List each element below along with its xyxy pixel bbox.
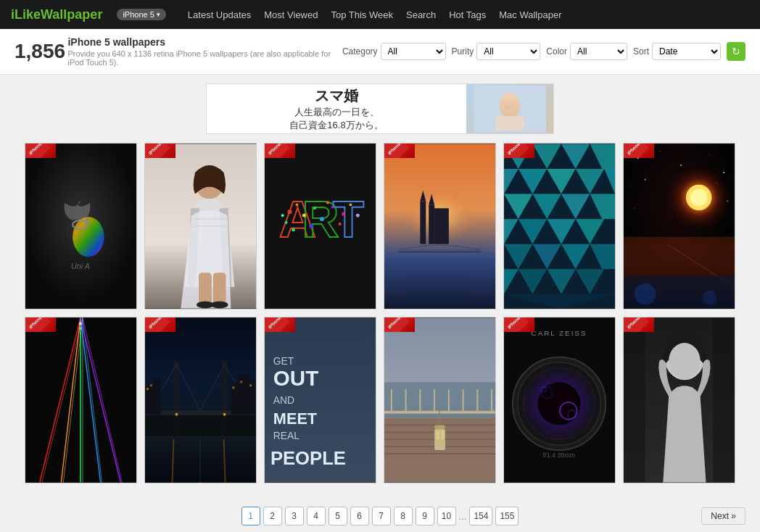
- svg-rect-165: [434, 425, 445, 429]
- svg-text:AND: AND: [273, 394, 294, 406]
- svg-point-97: [635, 283, 656, 305]
- svg-point-34: [326, 201, 329, 204]
- wallpaper-thumb-7[interactable]: iPhone5: [25, 317, 137, 483]
- svg-point-27: [331, 205, 334, 208]
- svg-point-84: [645, 179, 646, 180]
- svg-text:MEET: MEET: [273, 410, 318, 428]
- page-btn-6[interactable]: 6: [350, 507, 369, 525]
- svg-point-22: [288, 209, 292, 214]
- svg-point-35: [281, 214, 284, 217]
- page-btn-8[interactable]: 8: [394, 507, 413, 525]
- svg-text:REAL: REAL: [273, 430, 300, 441]
- page-btn-3[interactable]: 3: [285, 507, 304, 525]
- svg-point-81: [709, 154, 710, 155]
- svg-rect-41: [429, 204, 434, 244]
- svg-point-122: [175, 413, 178, 416]
- svg-rect-184: [713, 317, 735, 482]
- wallpaper-thumb-10[interactable]: iPhone5: [384, 317, 496, 483]
- page-btn-5[interactable]: 5: [329, 507, 347, 525]
- category-select[interactable]: All Nature Abstract People: [381, 43, 446, 60]
- nav-search[interactable]: Search: [406, 9, 436, 20]
- iphone5-badge: iPhone5: [25, 317, 56, 332]
- wallpaper-thumb-9[interactable]: GET OUT AND MEET REAL PEOPLE iPhone5: [264, 317, 376, 483]
- page-btn-4[interactable]: 4: [307, 507, 326, 525]
- nav-most-viewed[interactable]: Most Viewed: [264, 9, 318, 20]
- svg-rect-183: [624, 317, 645, 482]
- nav-latest-updates[interactable]: Latest Updates: [188, 9, 251, 20]
- page-btn-10[interactable]: 10: [437, 507, 456, 525]
- wallpaper-thumb-1[interactable]: Uni A iPhone5: [25, 143, 137, 309]
- svg-rect-14: [199, 273, 212, 304]
- nav-mac-wallpaper[interactable]: Mac Wallpaper: [499, 9, 561, 20]
- logo-prefix: iLike: [11, 7, 41, 22]
- page-title: iPhone 5 wallpapers: [67, 36, 331, 48]
- gallery-row-2: iPhone5: [7, 317, 753, 483]
- svg-text:T: T: [333, 191, 364, 248]
- page-btn-2[interactable]: 2: [263, 507, 282, 525]
- page-btn-1[interactable]: 1: [241, 507, 260, 525]
- svg-point-173: [541, 386, 577, 421]
- iphone5-badge: iPhone5: [504, 317, 534, 332]
- svg-point-80: [680, 165, 682, 166]
- page-dots: ...: [459, 511, 467, 522]
- wallpaper-thumb-4[interactable]: iPhone5: [384, 143, 496, 309]
- header: iLikeWallpaper iPhone 5 Latest Updates M…: [0, 0, 760, 29]
- wallpaper-thumb-5[interactable]: iPhone5: [503, 143, 616, 309]
- refresh-button[interactable]: ↻: [727, 42, 745, 61]
- svg-rect-39: [420, 201, 426, 244]
- purity-select[interactable]: All SFW Sketchy: [476, 43, 540, 60]
- ad-banner[interactable]: スマ婚 人生最高の一日を、 自己資金16.8万から。: [206, 83, 554, 134]
- sort-label: Sort: [633, 46, 649, 57]
- svg-rect-2: [495, 116, 524, 130]
- page-btn-154[interactable]: 154: [469, 507, 492, 525]
- svg-rect-137: [249, 384, 252, 386]
- svg-rect-164: [441, 431, 445, 439]
- svg-point-26: [320, 217, 324, 221]
- svg-rect-163: [436, 431, 439, 439]
- site-logo[interactable]: iLikeWallpaper: [11, 7, 102, 22]
- nav-hot-tags[interactable]: Hot Tags: [449, 9, 486, 20]
- svg-text:GET: GET: [273, 355, 294, 367]
- svg-point-79: [659, 151, 660, 151]
- filters: Category All Nature Abstract People Puri…: [342, 42, 745, 61]
- wallpaper-thumb-2[interactable]: iPhone5: [144, 143, 257, 309]
- gallery: Uni A iPhone5: [0, 143, 760, 498]
- svg-point-33: [292, 228, 295, 231]
- purity-label: Purity: [452, 46, 474, 57]
- wallpaper-thumb-3[interactable]: A R T iPhone5: [264, 143, 376, 309]
- pagination: 1 2 3 4 5 6 7 8 9 10 ... 154 155 Next »: [0, 498, 760, 532]
- svg-rect-131: [238, 375, 249, 414]
- page-btn-9[interactable]: 9: [416, 507, 434, 525]
- next-button[interactable]: Next »: [701, 507, 745, 525]
- nav-top-this-week[interactable]: Top This Week: [331, 9, 393, 20]
- purity-filter: Purity All SFW Sketchy: [452, 43, 541, 60]
- iphone5-badge: iPhone5: [25, 144, 56, 158]
- ad-line3: 自己資金16.8万から。: [289, 119, 383, 132]
- iphone5-badge: iPhone5: [384, 317, 415, 332]
- ad-line2: 人生最高の一日を、: [294, 106, 379, 119]
- sort-select[interactable]: Date Views Favorites: [652, 43, 721, 60]
- category-label: Category: [342, 46, 378, 57]
- color-filter: Color All Red Blue Green: [546, 43, 627, 60]
- ad-content: スマ婚 人生最高の一日を、 自己資金16.8万から。: [207, 84, 466, 133]
- color-select[interactable]: All Red Blue Green: [570, 43, 627, 60]
- svg-rect-134: [150, 384, 152, 386]
- svg-point-3: [503, 97, 517, 109]
- device-badge[interactable]: iPhone 5: [117, 9, 165, 20]
- svg-point-112: [80, 333, 81, 334]
- wallpaper-thumb-6[interactable]: iPhone5: [623, 143, 735, 309]
- main-nav: Latest Updates Most Viewed Top This Week…: [188, 9, 562, 20]
- wallpaper-thumb-8[interactable]: iPhone5: [144, 317, 257, 483]
- wallpaper-thumb-12[interactable]: iPhone5: [623, 317, 735, 483]
- gallery-row-1: Uni A iPhone5: [7, 143, 753, 309]
- page-btn-7[interactable]: 7: [372, 507, 391, 525]
- color-label: Color: [546, 46, 567, 57]
- iphone5-badge: iPhone5: [624, 317, 654, 332]
- svg-rect-129: [154, 378, 161, 414]
- svg-text:f/1.4  35mm: f/1.4 35mm: [543, 452, 575, 459]
- svg-point-111: [80, 328, 82, 330]
- svg-point-182: [669, 343, 700, 378]
- svg-point-23: [295, 203, 298, 206]
- page-btn-155[interactable]: 155: [495, 507, 519, 525]
- wallpaper-thumb-11[interactable]: CARL ZEISS: [503, 317, 616, 483]
